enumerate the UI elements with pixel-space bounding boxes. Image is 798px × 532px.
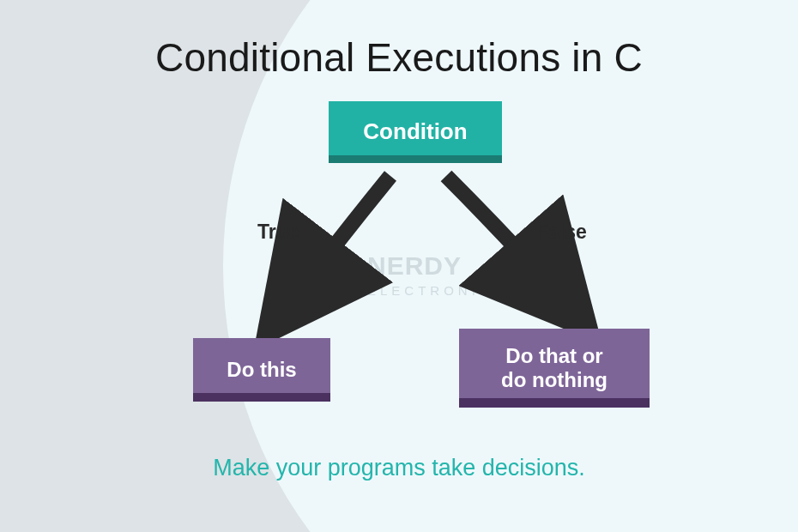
action-node-true: Do this <box>193 338 330 402</box>
condition-underbar <box>329 155 502 163</box>
action-label-false: Do that or do nothing <box>501 344 608 391</box>
action-underbar-false <box>459 398 650 408</box>
arrow-false <box>429 167 609 339</box>
page-title: Conditional Executions in C <box>0 34 798 81</box>
branch-label-true: True <box>257 221 299 244</box>
action-node-false: Do that or do nothing <box>459 329 650 408</box>
arrow-true <box>240 167 412 339</box>
branch-label-false: False <box>536 221 587 244</box>
condition-label: Condition <box>363 119 467 145</box>
action-underbar-true <box>193 393 330 402</box>
condition-node: Condition <box>329 101 502 163</box>
subtitle: Make your programs take decisions. <box>0 455 798 481</box>
diagram-canvas: Conditional Executions in C NERDY ELECTR… <box>0 0 798 532</box>
action-label-true: Do this <box>227 358 296 382</box>
